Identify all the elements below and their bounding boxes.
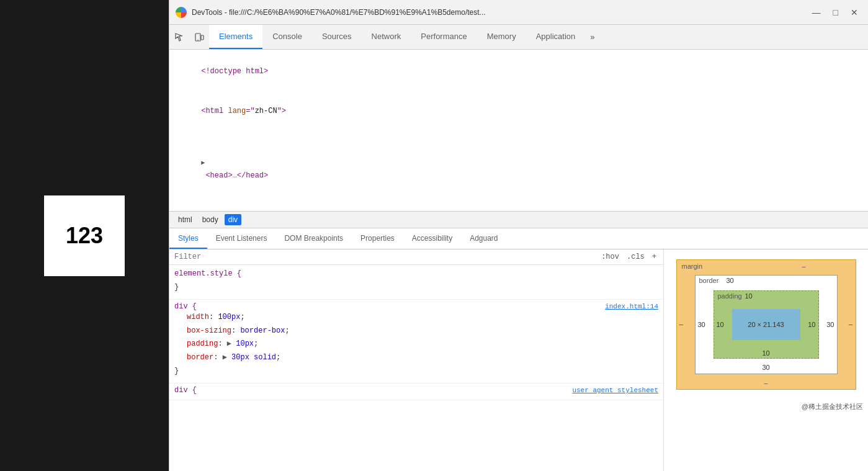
titlebar: DevTools - file:///C:/%E6%BA%90%E7%A0%81… bbox=[169, 0, 868, 25]
tab-performance[interactable]: Performance bbox=[411, 25, 477, 49]
tab-sources[interactable]: Sources bbox=[312, 25, 362, 49]
minimize-button[interactable]: — bbox=[808, 6, 825, 19]
svg-rect-1 bbox=[201, 35, 204, 40]
styles-tabbar: Styles Event Listeners DOM Breakpoints P… bbox=[169, 228, 868, 249]
dom-line-html[interactable]: <html lang="zh-CN"> bbox=[169, 91, 868, 130]
styles-tab-styles[interactable]: Styles bbox=[169, 228, 207, 249]
boxmodel-container: margin – – – – border 30 30 30 30 bbox=[664, 249, 868, 400]
border-left-val: 30 bbox=[698, 321, 705, 328]
styles-tab-properties[interactable]: Properties bbox=[352, 228, 403, 249]
add-style-button[interactable]: + bbox=[650, 252, 658, 262]
styles-tab-dom-breakpoints[interactable]: DOM Breakpoints bbox=[275, 228, 352, 249]
chrome-icon bbox=[176, 7, 187, 18]
padding-label: padding bbox=[718, 292, 742, 300]
css-rule-element-style: element.style { } bbox=[169, 265, 663, 300]
titlebar-title: DevTools - file:///C:/%E6%BA%90%E7%A0%81… bbox=[192, 8, 803, 17]
margin-label: margin bbox=[682, 262, 703, 270]
css-source-link[interactable]: index.html:14 bbox=[605, 303, 658, 310]
margin-bottom-val: – bbox=[764, 379, 767, 387]
css-rule-user-agent: div { user agent stylesheet bbox=[169, 384, 663, 400]
dom-line-head[interactable]: ▶ <head>…</head> bbox=[169, 130, 868, 195]
breadcrumb-div[interactable]: div bbox=[225, 214, 241, 225]
padding-left-val: 10 bbox=[717, 321, 724, 328]
hov-button[interactable]: :hov bbox=[599, 252, 621, 262]
watermark: @稀土掘金技术社区 bbox=[664, 400, 868, 414]
dom-line-doctype[interactable]: <!doctype html> bbox=[169, 52, 868, 91]
boxmodel-padding: padding 10 10 10 10 20 × 21.143 bbox=[714, 290, 819, 359]
content-size: 20 × 21.143 bbox=[748, 321, 784, 328]
tab-console[interactable]: Console bbox=[262, 25, 312, 49]
tab-elements[interactable]: Elements bbox=[209, 25, 262, 49]
device-icon[interactable] bbox=[189, 25, 209, 49]
preview-panel: 123 bbox=[0, 0, 169, 471]
css-rule-div: div { index.html:14 width: 100px; box-si… bbox=[169, 300, 663, 384]
inspect-icon[interactable] bbox=[169, 25, 189, 49]
border-bottom-val: 30 bbox=[762, 364, 769, 371]
boxmodel-content: 20 × 21.143 bbox=[732, 309, 800, 340]
margin-left-val: – bbox=[679, 320, 684, 329]
css-rules-panel: :hov .cls + element.style { } bbox=[169, 249, 663, 471]
tab-memory[interactable]: Memory bbox=[477, 25, 526, 49]
breadcrumb-body[interactable]: body bbox=[199, 214, 222, 225]
padding-bottom-val: 10 bbox=[762, 349, 769, 357]
tab-application[interactable]: Application bbox=[526, 25, 586, 49]
devtools-panel: DevTools - file:///C:/%E6%BA%90%E7%A0%81… bbox=[169, 0, 868, 471]
breadcrumb-html[interactable]: html bbox=[174, 214, 196, 225]
tab-network[interactable]: Network bbox=[362, 25, 411, 49]
margin-dash-top: – bbox=[802, 262, 805, 270]
styles-tab-adguard[interactable]: Adguard bbox=[461, 228, 506, 249]
dom-line-comment-html[interactable]: <!-- html --> bbox=[169, 195, 868, 211]
border-right-val: 30 bbox=[826, 321, 834, 328]
preview-number: 123 bbox=[66, 223, 103, 249]
preview-box: 123 bbox=[44, 195, 125, 276]
boxmodel-panel: margin – – – – border 30 30 30 30 bbox=[663, 249, 868, 471]
maximize-button[interactable]: □ bbox=[830, 6, 842, 19]
cls-button[interactable]: .cls bbox=[625, 252, 647, 262]
filter-controls: :hov .cls + bbox=[599, 252, 658, 262]
main-tabbar: Elements Console Sources Network Perform… bbox=[169, 25, 868, 50]
styles-content: :hov .cls + element.style { } bbox=[169, 249, 868, 471]
border-label: border bbox=[699, 277, 719, 284]
css-source-ua: user agent stylesheet bbox=[572, 387, 658, 394]
padding-top-val: 10 bbox=[745, 292, 753, 300]
filter-bar: :hov .cls + bbox=[169, 249, 663, 265]
styles-tab-accessibility[interactable]: Accessibility bbox=[403, 228, 461, 249]
styles-panel: Styles Event Listeners DOM Breakpoints P… bbox=[169, 228, 868, 471]
border-top-val: 30 bbox=[727, 277, 734, 284]
boxmodel-border: border 30 30 30 30 padding 10 10 10 bbox=[695, 275, 838, 374]
tab-more-button[interactable]: » bbox=[585, 25, 599, 49]
padding-right-val: 10 bbox=[808, 321, 815, 328]
styles-tab-event-listeners[interactable]: Event Listeners bbox=[207, 228, 276, 249]
boxmodel-margin: margin – – – – border 30 30 30 30 bbox=[676, 259, 856, 390]
titlebar-controls: — □ ✕ bbox=[808, 6, 862, 19]
margin-right-val: – bbox=[849, 320, 853, 329]
dom-view: <!doctype html> <html lang="zh-CN"> ▶ <h… bbox=[169, 50, 868, 211]
close-button[interactable]: ✕ bbox=[847, 6, 862, 19]
breadcrumb-bar: html body div bbox=[169, 211, 868, 228]
filter-input[interactable] bbox=[174, 253, 594, 261]
svg-point-2 bbox=[197, 39, 199, 40]
